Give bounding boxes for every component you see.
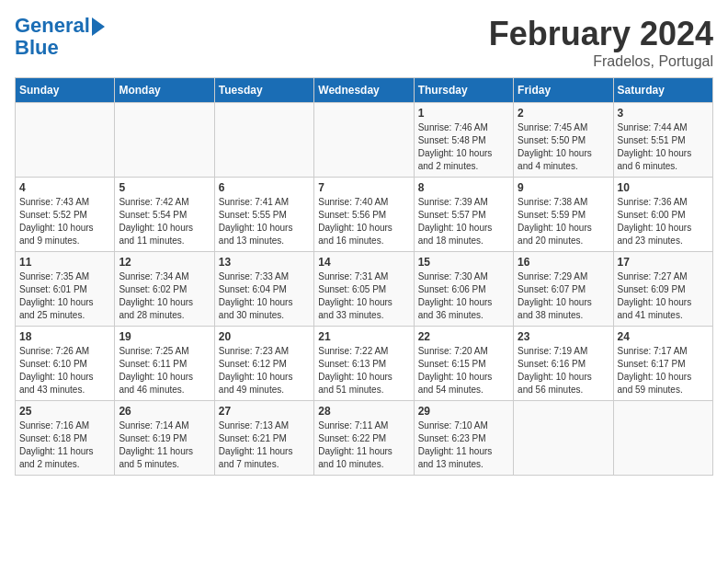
calendar-table: SundayMondayTuesdayWednesdayThursdayFrid… [15, 77, 713, 476]
day-number: 20 [219, 330, 310, 343]
calendar-cell [514, 401, 613, 476]
calendar-cell: 13Sunrise: 7:33 AM Sunset: 6:04 PM Dayli… [214, 252, 313, 327]
day-number: 16 [518, 256, 609, 269]
calendar-cell: 21Sunrise: 7:22 AM Sunset: 6:13 PM Dayli… [314, 327, 414, 401]
calendar-week-row: 4Sunrise: 7:43 AM Sunset: 5:52 PM Daylig… [16, 178, 713, 252]
day-number: 5 [119, 181, 210, 194]
weekday-header-saturday: Saturday [613, 78, 712, 103]
weekday-header-thursday: Thursday [414, 78, 513, 103]
day-info: Sunrise: 7:46 AM Sunset: 5:48 PM Dayligh… [418, 121, 509, 173]
day-info: Sunrise: 7:26 AM Sunset: 6:10 PM Dayligh… [19, 345, 110, 396]
day-number: 8 [418, 181, 509, 194]
calendar-cell: 3Sunrise: 7:44 AM Sunset: 5:51 PM Daylig… [613, 103, 712, 178]
day-number: 15 [418, 256, 509, 269]
day-info: Sunrise: 7:10 AM Sunset: 6:23 PM Dayligh… [418, 419, 509, 471]
day-info: Sunrise: 7:19 AM Sunset: 6:16 PM Dayligh… [518, 345, 609, 396]
day-number: 21 [318, 330, 409, 343]
calendar-cell: 14Sunrise: 7:31 AM Sunset: 6:05 PM Dayli… [314, 252, 414, 327]
calendar-cell [115, 103, 214, 178]
calendar-title: February 2024 [489, 15, 713, 53]
calendar-cell: 27Sunrise: 7:13 AM Sunset: 6:21 PM Dayli… [214, 401, 313, 476]
logo: General Blue [15, 15, 105, 59]
day-info: Sunrise: 7:31 AM Sunset: 6:05 PM Dayligh… [318, 270, 409, 322]
day-number: 14 [318, 256, 409, 269]
logo-text-blue: Blue [15, 37, 59, 59]
day-number: 1 [418, 107, 509, 120]
calendar-week-row: 25Sunrise: 7:16 AM Sunset: 6:18 PM Dayli… [16, 401, 713, 476]
day-number: 25 [19, 405, 110, 418]
calendar-cell: 4Sunrise: 7:43 AM Sunset: 5:52 PM Daylig… [16, 178, 115, 252]
weekday-header-friday: Friday [514, 78, 613, 103]
day-number: 29 [418, 405, 509, 418]
calendar-cell: 12Sunrise: 7:34 AM Sunset: 6:02 PM Dayli… [115, 252, 214, 327]
calendar-cell: 26Sunrise: 7:14 AM Sunset: 6:19 PM Dayli… [115, 401, 214, 476]
day-number: 23 [518, 330, 609, 343]
day-info: Sunrise: 7:42 AM Sunset: 5:54 PM Dayligh… [119, 196, 210, 247]
weekday-header-tuesday: Tuesday [214, 78, 313, 103]
day-number: 19 [119, 330, 210, 343]
title-block: February 2024 Fradelos, Portugal [489, 15, 713, 70]
day-info: Sunrise: 7:36 AM Sunset: 6:00 PM Dayligh… [618, 196, 709, 247]
day-number: 7 [318, 181, 409, 194]
day-info: Sunrise: 7:38 AM Sunset: 5:59 PM Dayligh… [518, 196, 609, 247]
calendar-cell: 18Sunrise: 7:26 AM Sunset: 6:10 PM Dayli… [16, 327, 115, 401]
calendar-cell: 10Sunrise: 7:36 AM Sunset: 6:00 PM Dayli… [613, 178, 712, 252]
calendar-week-row: 11Sunrise: 7:35 AM Sunset: 6:01 PM Dayli… [16, 252, 713, 327]
calendar-cell: 16Sunrise: 7:29 AM Sunset: 6:07 PM Dayli… [514, 252, 613, 327]
day-number: 9 [518, 181, 609, 194]
calendar-cell [16, 103, 115, 178]
day-number: 28 [318, 405, 409, 418]
calendar-cell: 11Sunrise: 7:35 AM Sunset: 6:01 PM Dayli… [16, 252, 115, 327]
day-number: 3 [618, 107, 709, 120]
calendar-cell: 22Sunrise: 7:20 AM Sunset: 6:15 PM Dayli… [414, 327, 513, 401]
calendar-cell [613, 401, 712, 476]
day-info: Sunrise: 7:11 AM Sunset: 6:22 PM Dayligh… [318, 419, 409, 471]
calendar-cell: 17Sunrise: 7:27 AM Sunset: 6:09 PM Dayli… [613, 252, 712, 327]
day-info: Sunrise: 7:34 AM Sunset: 6:02 PM Dayligh… [119, 270, 210, 322]
calendar-week-row: 1Sunrise: 7:46 AM Sunset: 5:48 PM Daylig… [16, 103, 713, 178]
day-info: Sunrise: 7:23 AM Sunset: 6:12 PM Dayligh… [219, 345, 310, 396]
day-number: 26 [119, 405, 210, 418]
day-info: Sunrise: 7:41 AM Sunset: 5:55 PM Dayligh… [219, 196, 310, 247]
calendar-week-row: 18Sunrise: 7:26 AM Sunset: 6:10 PM Dayli… [16, 327, 713, 401]
day-number: 18 [19, 330, 110, 343]
day-number: 6 [219, 181, 310, 194]
calendar-header-row: SundayMondayTuesdayWednesdayThursdayFrid… [16, 78, 713, 103]
day-info: Sunrise: 7:40 AM Sunset: 5:56 PM Dayligh… [318, 196, 409, 247]
calendar-cell: 19Sunrise: 7:25 AM Sunset: 6:11 PM Dayli… [115, 327, 214, 401]
day-number: 24 [618, 330, 709, 343]
day-number: 2 [518, 107, 609, 120]
page-header: General Blue February 2024 Fradelos, Por… [15, 15, 713, 70]
calendar-cell: 20Sunrise: 7:23 AM Sunset: 6:12 PM Dayli… [214, 327, 313, 401]
calendar-cell: 28Sunrise: 7:11 AM Sunset: 6:22 PM Dayli… [314, 401, 414, 476]
calendar-cell: 1Sunrise: 7:46 AM Sunset: 5:48 PM Daylig… [414, 103, 513, 178]
day-info: Sunrise: 7:43 AM Sunset: 5:52 PM Dayligh… [19, 196, 110, 247]
day-info: Sunrise: 7:39 AM Sunset: 5:57 PM Dayligh… [418, 196, 509, 247]
calendar-cell: 7Sunrise: 7:40 AM Sunset: 5:56 PM Daylig… [314, 178, 414, 252]
calendar-cell [314, 103, 414, 178]
day-info: Sunrise: 7:14 AM Sunset: 6:19 PM Dayligh… [119, 419, 210, 471]
calendar-cell [214, 103, 313, 178]
calendar-cell: 2Sunrise: 7:45 AM Sunset: 5:50 PM Daylig… [514, 103, 613, 178]
calendar-cell: 15Sunrise: 7:30 AM Sunset: 6:06 PM Dayli… [414, 252, 513, 327]
day-info: Sunrise: 7:29 AM Sunset: 6:07 PM Dayligh… [518, 270, 609, 322]
day-info: Sunrise: 7:45 AM Sunset: 5:50 PM Dayligh… [518, 121, 609, 173]
day-info: Sunrise: 7:25 AM Sunset: 6:11 PM Dayligh… [119, 345, 210, 396]
day-info: Sunrise: 7:30 AM Sunset: 6:06 PM Dayligh… [418, 270, 509, 322]
calendar-cell: 6Sunrise: 7:41 AM Sunset: 5:55 PM Daylig… [214, 178, 313, 252]
weekday-header-sunday: Sunday [16, 78, 115, 103]
day-number: 27 [219, 405, 310, 418]
weekday-header-wednesday: Wednesday [314, 78, 414, 103]
day-info: Sunrise: 7:13 AM Sunset: 6:21 PM Dayligh… [219, 419, 310, 471]
logo-text: General [15, 15, 90, 37]
day-info: Sunrise: 7:27 AM Sunset: 6:09 PM Dayligh… [618, 270, 709, 322]
day-info: Sunrise: 7:35 AM Sunset: 6:01 PM Dayligh… [19, 270, 110, 322]
day-number: 11 [19, 256, 110, 269]
calendar-cell: 5Sunrise: 7:42 AM Sunset: 5:54 PM Daylig… [115, 178, 214, 252]
calendar-cell: 9Sunrise: 7:38 AM Sunset: 5:59 PM Daylig… [514, 178, 613, 252]
logo-arrow-icon [92, 17, 105, 36]
weekday-header-monday: Monday [115, 78, 214, 103]
calendar-cell: 24Sunrise: 7:17 AM Sunset: 6:17 PM Dayli… [613, 327, 712, 401]
day-number: 4 [19, 181, 110, 194]
day-number: 17 [618, 256, 709, 269]
